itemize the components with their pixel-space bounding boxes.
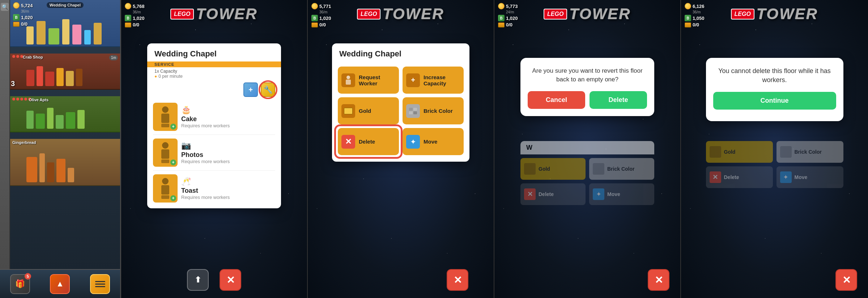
p2-capacity: 1x Capacity [154, 69, 274, 74]
move-btn[interactable]: ✦ Move [403, 128, 464, 155]
p5-tower-text: TOWER [757, 5, 818, 23]
brick-color-label-p3: Brick Color [424, 108, 453, 114]
delete-label: Delete [359, 139, 375, 145]
increase-capacity-label: Increase Capacity [424, 74, 460, 86]
p2-modal-card: Wedding Chapel Service 1x Capacity ● 0 p… [147, 43, 281, 208]
p4-confirm-text: Are you sure you want to revert this flo… [528, 67, 647, 84]
toast-job-status: Requires more workers [181, 195, 230, 200]
panel-service-detail: 5,768 36/m B 1,020 0/0 LEGO TOWER Weddin… [121, 0, 308, 298]
p4-lego-badge: LEGO [544, 9, 567, 20]
p3-action-modal: Wedding Chapel Request Worker + Increase… [332, 43, 469, 162]
bux-amount: 1,020 [21, 15, 33, 20]
p3-tower-text: TOWER [383, 5, 444, 23]
wedding-chapel-label: Wedding Chapel [47, 2, 84, 8]
search-icon[interactable]: 🔍 [1, 3, 9, 11]
p4-confirm-dialog: Are you sure you want to revert this flo… [520, 58, 654, 116]
p5-logo: LEGO TOWER [731, 5, 818, 23]
panel-confirm-delete: 5,773 24/m B 1,020 0/0 LEGO TOWER W Gold… [494, 0, 681, 298]
wrench-btn[interactable]: 🔧 [261, 82, 275, 97]
p5-continue-btn[interactable]: Continue [713, 92, 836, 110]
p2-header-stats: 5,768 36/m B 1,020 0/0 [125, 3, 145, 27]
p2-cake-row: + 🎂 Cake Requires more workers [153, 103, 275, 135]
olive-apts-label: Olive Apts [29, 98, 48, 102]
crab-shop-label: Crab Shop [23, 55, 43, 59]
p4-confirm-buttons: Cancel Delete [528, 91, 647, 109]
p2-modal-title: Wedding Chapel [147, 43, 281, 61]
delete-btn[interactable]: ✕ Delete [338, 128, 399, 155]
p4-logo: LEGO TOWER [544, 5, 631, 23]
photos-job-status: Requires more workers [181, 159, 230, 164]
gold-label: Gold [359, 108, 371, 114]
chest-amount: 0/0 [21, 21, 27, 27]
cake-job-status: Requires more workers [181, 123, 230, 128]
menu-lines-icon [95, 281, 105, 287]
lego-badge: LEGO [170, 9, 194, 20]
p5-close-btn[interactable]: ✕ [835, 269, 857, 291]
p2-job-list: + 🎂 Cake Requires more workers + [147, 101, 281, 208]
bux-icon: B [13, 14, 20, 21]
p3-action-grid: Request Worker + Increase Capacity Gold [332, 61, 469, 162]
request-worker-btn[interactable]: Request Worker [338, 67, 399, 94]
p5-cannot-delete-text: You cannot delete this floor while it ha… [713, 67, 836, 85]
p3-header-stats: 5,771 36/m B 1,020 0/0 [311, 3, 331, 27]
panel-tower-view: Wedding Chapel Crab Shop 1m [0, 0, 121, 298]
gold-btn[interactable]: Gold [338, 97, 399, 124]
coin-rate: 36/m [21, 9, 33, 13]
brick-color-btn[interactable]: Brick Color [403, 97, 464, 124]
add-capacity-btn[interactable]: + [243, 82, 258, 97]
p2-photos-row: + 📷 Photos Requires more workers [153, 139, 275, 171]
gingerbread-label: Gingerbread [12, 140, 36, 145]
coin-icon [13, 2, 20, 9]
floor-number-badge: 3 [11, 80, 15, 88]
panel-action-menu: 5,771 36/m B 1,020 0/0 LEGO TOWER Weddin… [308, 0, 494, 298]
increase-capacity-btn[interactable]: + Increase Capacity [403, 67, 464, 94]
p4-cancel-btn[interactable]: Cancel [528, 91, 585, 109]
p4-delete-btn[interactable]: Delete [590, 91, 647, 109]
tower-text: TOWER [196, 5, 258, 23]
up-nav-btn[interactable]: ▲ [50, 274, 70, 294]
p4-bg-action-grid: W Gold Brick Color ✕ Delete ✦ Move [520, 141, 654, 205]
close-btn[interactable]: ✕ [220, 269, 241, 291]
p2-toast-row: + 🥂 Toast Requires more workers [153, 174, 275, 203]
menu-nav-btn[interactable] [90, 274, 110, 294]
coin-amount: 5,724 [21, 3, 33, 8]
p2-per-minute: 0 per minute [158, 74, 183, 79]
gift-nav-btn[interactable]: 🎁 5 [10, 274, 30, 294]
p5-bg-action-grid: Gold Brick Color ✕ Delete ✦ Move [706, 141, 843, 188]
toast-job-name: Toast [181, 187, 230, 195]
cake-job-name: Cake [181, 115, 230, 123]
chest-icon [13, 22, 20, 27]
p5-lego-badge: LEGO [731, 9, 754, 20]
p2-service-banner: Service [147, 61, 281, 67]
header-stats: 5,724 36/m B 1,020 0/0 [13, 2, 33, 27]
photos-job-name: Photos [181, 151, 230, 159]
move-label: Move [424, 139, 437, 145]
p3-close-btn[interactable]: ✕ [447, 269, 468, 291]
share-btn[interactable]: ⬆ [187, 269, 209, 291]
bottom-nav: 🎁 5 ▲ [0, 269, 120, 298]
p4-header-stats: 5,773 24/m B 1,020 0/0 [498, 3, 518, 27]
p3-logo: LEGO TOWER [357, 5, 444, 23]
p5-header-stats: 6,126 36/m B 1,050 0/0 [685, 3, 705, 27]
gift-badge: 5 [25, 273, 31, 280]
p2-bottom-btns: ⬆ ✕ [187, 269, 241, 291]
p3-modal-title: Wedding Chapel [332, 43, 469, 61]
p2-logo: LEGO TOWER [170, 5, 258, 23]
request-worker-label: Request Worker [359, 74, 395, 86]
panel-cannot-delete: 6,126 36/m B 1,050 0/0 LEGO TOWER Gold B… [681, 0, 868, 298]
p4-tower-text: TOWER [569, 5, 631, 23]
p3-lego-badge: LEGO [357, 9, 380, 20]
p4-close-btn[interactable]: ✕ [648, 269, 669, 291]
p5-cannot-delete-dialog: You cannot delete this floor while it ha… [706, 58, 843, 121]
